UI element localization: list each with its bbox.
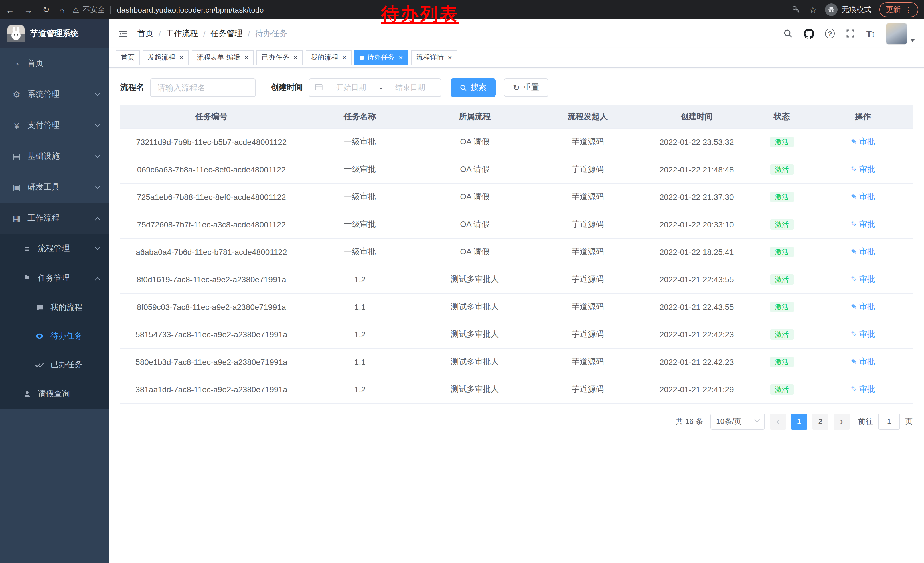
next-page-button[interactable]: › <box>834 413 850 429</box>
sidebar-item-process-mgmt[interactable]: ≡ 流程管理 <box>0 234 109 263</box>
sidebar-item-leave-query[interactable]: 请假查询 <box>0 379 109 409</box>
approve-link[interactable]: ✎ 审批 <box>851 357 875 366</box>
approve-link[interactable]: ✎ 审批 <box>851 274 875 284</box>
sidebar-toggle-icon[interactable] <box>118 29 128 39</box>
cell-task-name: 1.1 <box>303 348 417 376</box>
close-icon[interactable]: × <box>399 54 403 61</box>
cell-task-id: 725a1eb6-7b88-11ec-8ef0-acde48001122 <box>120 183 303 211</box>
cell-initiator: 芋道源码 <box>532 128 643 156</box>
user-menu[interactable] <box>886 23 915 44</box>
forward-icon[interactable]: → <box>24 5 33 15</box>
status-badge: 激活 <box>770 219 794 230</box>
header-created-time: 创建时间 <box>643 105 750 128</box>
tab-home[interactable]: 首页 <box>116 50 140 65</box>
status-badge: 激活 <box>770 302 794 312</box>
breadcrumb-task-mgmt[interactable]: 任务管理 <box>211 29 243 39</box>
sidebar-item-payment[interactable]: ¥ 支付管理 <box>0 110 109 141</box>
approve-link[interactable]: ✎ 审批 <box>851 192 875 201</box>
approve-link[interactable]: ✎ 审批 <box>851 137 875 146</box>
sidebar-item-my-process[interactable]: 我的流程 <box>0 293 109 322</box>
approve-link[interactable]: ✎ 审批 <box>851 219 875 228</box>
sidebar-item-task-mgmt[interactable]: ⚑ 任务管理 <box>0 263 109 293</box>
approve-link[interactable]: ✎ 审批 <box>851 329 875 338</box>
github-icon[interactable] <box>804 29 814 39</box>
create-time-label: 创建时间 <box>271 83 303 93</box>
page-button-1[interactable]: 1 <box>791 413 807 429</box>
edit-icon: ✎ <box>851 165 857 174</box>
tab-start-process[interactable]: 发起流程× <box>142 50 189 65</box>
approve-link[interactable]: ✎ 审批 <box>851 164 875 174</box>
help-icon[interactable]: ? <box>825 29 835 38</box>
tab-done-task[interactable]: 已办任务× <box>256 50 303 65</box>
cell-process: 测试多审批人 <box>417 266 532 293</box>
reset-button[interactable]: ↻ 重置 <box>504 78 548 97</box>
prev-page-button[interactable]: ‹ <box>770 413 786 429</box>
cell-task-name: 1.1 <box>303 293 417 321</box>
sidebar-item-workflow[interactable]: ▦ 工作流程 <box>0 203 109 234</box>
edit-icon: ✎ <box>851 220 857 228</box>
home-icon[interactable]: ⌂ <box>59 5 64 15</box>
back-icon[interactable]: ← <box>6 5 14 15</box>
chat-bubble-icon <box>34 303 45 312</box>
security-chip[interactable]: ⚠ 不安全 <box>72 5 105 15</box>
close-icon[interactable]: × <box>179 54 183 61</box>
close-icon[interactable]: × <box>342 54 346 61</box>
key-icon[interactable] <box>792 5 801 14</box>
cell-task-name: 一级审批 <box>303 183 417 211</box>
page-button-2[interactable]: 2 <box>812 413 828 429</box>
sidebar-item-devtools[interactable]: ▣ 研发工具 <box>0 172 109 203</box>
fullscreen-icon[interactable] <box>846 29 856 38</box>
status-badge: 激活 <box>770 384 794 395</box>
table-row: 069c6a63-7b8a-11ec-8ef0-acde48001122 一级审… <box>120 156 912 183</box>
date-range-picker[interactable]: 开始日期 - 结束日期 <box>309 78 441 97</box>
task-table: 任务编号 任务名称 所属流程 流程发起人 创建时间 状态 操作 73211d9d… <box>120 105 912 404</box>
update-button[interactable]: 更新 ⋮ <box>879 2 918 17</box>
goto-label: 前往 <box>858 416 873 426</box>
cell-action: ✎ 审批 <box>813 321 912 348</box>
cell-process: 测试多审批人 <box>417 348 532 376</box>
sidebar-item-done-task[interactable]: 已办任务 <box>0 350 109 379</box>
url-text[interactable]: dashboard.yudao.iocoder.cn/bpm/task/todo <box>117 6 264 14</box>
tab-process-detail[interactable]: 流程详情× <box>411 50 457 65</box>
cell-created-time: 2022-01-22 21:48:48 <box>643 156 750 183</box>
font-size-icon[interactable]: T↕ <box>867 29 875 38</box>
cell-action: ✎ 审批 <box>813 128 912 156</box>
search-icon[interactable] <box>783 29 793 38</box>
process-name-input[interactable] <box>150 78 256 97</box>
sidebar-item-system[interactable]: ⚙ 系统管理 <box>0 79 109 110</box>
chevron-up-icon <box>95 217 100 223</box>
edit-icon: ✎ <box>851 248 857 256</box>
approve-link[interactable]: ✎ 审批 <box>851 247 875 256</box>
cell-initiator: 芋道源码 <box>532 238 643 266</box>
bookmark-star-icon[interactable]: ☆ <box>808 4 817 15</box>
approve-link[interactable]: ✎ 审批 <box>851 302 875 311</box>
goto-page-input[interactable] <box>878 413 900 429</box>
sidebar-item-home[interactable]: ◔ 首页 <box>0 48 109 79</box>
close-icon[interactable]: × <box>293 54 297 61</box>
active-dot <box>360 55 364 60</box>
header-task-name: 任务名称 <box>303 105 417 128</box>
tab-my-process[interactable]: 我的流程× <box>306 50 352 65</box>
sidebar-item-todo-task[interactable]: 待办任务 <box>0 322 109 350</box>
breadcrumb-home[interactable]: 首页 <box>137 29 153 39</box>
reload-icon[interactable]: ↻ <box>42 5 50 15</box>
approve-link[interactable]: ✎ 审批 <box>851 384 875 393</box>
close-icon[interactable]: × <box>448 54 452 61</box>
tab-todo-task[interactable]: 待办任务× <box>355 50 408 65</box>
calendar-icon <box>315 83 323 93</box>
search-button[interactable]: 搜索 <box>450 78 496 97</box>
page-size-select[interactable]: 10条/页 <box>711 413 765 429</box>
cell-created-time: 2022-01-21 22:42:23 <box>643 321 750 348</box>
sidebar-item-infra[interactable]: ▤ 基础设施 <box>0 141 109 172</box>
browser-menu-icon[interactable]: ⋮ <box>904 6 912 14</box>
table-row: 725a1eb6-7b88-11ec-8ef0-acde48001122 一级审… <box>120 183 912 211</box>
cell-process: OA 请假 <box>417 211 532 238</box>
tab-form-edit[interactable]: 流程表单-编辑× <box>192 50 254 65</box>
cell-status: 激活 <box>750 238 813 266</box>
edit-icon: ✎ <box>851 357 857 366</box>
avatar[interactable] <box>886 23 908 44</box>
toolbox-icon: ▣ <box>12 182 22 192</box>
close-icon[interactable]: × <box>244 54 249 61</box>
breadcrumb-workflow[interactable]: 工作流程 <box>166 29 198 39</box>
cell-task-id: 580e1b3d-7ac8-11ec-a9e2-a2380e71991a <box>120 348 303 376</box>
